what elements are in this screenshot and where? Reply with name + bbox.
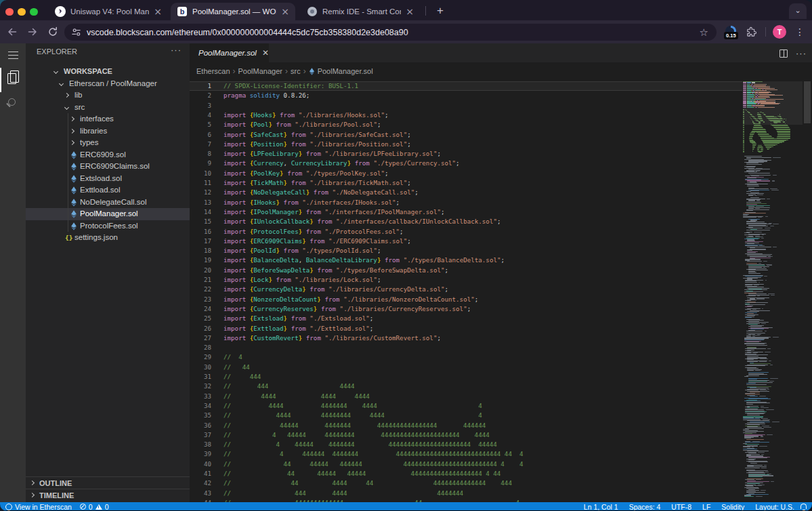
tree-item-lib[interactable]: lib [26, 89, 190, 102]
tab-title: PoolManager.sol — WORKSPA [192, 7, 276, 16]
minimize-window-button[interactable] [18, 8, 26, 16]
minimap-slider[interactable] [743, 81, 803, 125]
solidity-file-icon [309, 68, 315, 75]
menu-icon[interactable] [8, 52, 18, 59]
close-tab-icon[interactable]: × [154, 7, 162, 16]
code-line-31: 31// 444 [190, 372, 742, 382]
status-item-utf-8[interactable]: UTF-8 [671, 503, 691, 511]
code-line-3: 3 [190, 101, 742, 110]
tree-item-libraries[interactable]: libraries [26, 125, 190, 138]
code-text: import {Currency, CurrencyLibrary} from … [223, 159, 460, 168]
errors-icon [80, 504, 86, 510]
back-button[interactable] [4, 24, 20, 40]
code-text: import {PoolKey} from "./types/PoolKey.s… [223, 169, 389, 178]
browser-tab-poolmanager[interactable]: b PoolManager.sol — WORKSPA × [171, 3, 295, 20]
outline-section[interactable]: OUTLINE [26, 476, 190, 489]
code-text: import {TickMath} from "./libraries/Tick… [223, 178, 411, 188]
line-number: 36 [192, 421, 211, 430]
browser-menu-icon[interactable]: ⋮ [795, 24, 805, 39]
status-item-lf[interactable]: LF [702, 503, 710, 511]
sidebar-more-actions-icon[interactable]: ··· [171, 45, 181, 55]
editor-tab-label: PoolManager.sol [198, 49, 257, 57]
editor-scrollbar[interactable] [804, 81, 811, 123]
code-text: import {CustomRevert} from "./libraries/… [223, 333, 441, 343]
problems-indicator[interactable]: 0 0 [80, 503, 109, 511]
tree-item-label: ERC6909.sol [80, 149, 126, 161]
breadcrumb-separator: › [233, 66, 236, 76]
split-editor-icon[interactable] [779, 49, 788, 58]
reload-button[interactable] [45, 24, 61, 40]
line-number: 15 [192, 217, 211, 226]
search-icon[interactable] [8, 98, 16, 106]
editor-more-actions-icon[interactable]: ··· [796, 48, 807, 58]
status-item-ln-1-col-1[interactable]: Ln 1, Col 1 [584, 503, 618, 511]
tree-item-interfaces[interactable]: interfaces [26, 113, 190, 125]
code-line-39: 39// 4 444444 4444444 444444444444444444… [190, 449, 742, 459]
code-line-41: 41// 44 44444 44444 4444444444444444444 … [190, 469, 742, 478]
tree-item-erc6909-sol[interactable]: ERC6909.sol [26, 149, 190, 161]
editor-tab-poolmanager[interactable]: PoolManager.sol ✕ [190, 43, 269, 62]
solidity-file-icon [70, 222, 77, 230]
notifications-bell-icon[interactable] [800, 504, 807, 509]
tree-item-src[interactable]: src [26, 102, 190, 114]
close-window-button[interactable] [5, 8, 14, 16]
tree-item-poolmanager-sol[interactable]: PoolManager.sol [26, 208, 190, 220]
status-item-spaces-4[interactable]: Spaces: 4 [629, 503, 661, 511]
tree-item-protocolfees-sol[interactable]: ProtocolFees.sol [26, 220, 190, 232]
gas-extension-icon[interactable]: 0.15 [724, 26, 738, 39]
site-settings-icon[interactable] [71, 27, 81, 37]
tree-item-erc6909claims-sol[interactable]: ERC6909Claims.sol [26, 161, 190, 173]
bookmark-star-icon[interactable]: ☆ [700, 26, 708, 39]
close-tab-icon[interactable]: × [281, 7, 289, 16]
code-text: import {Pool} from "./libraries/Pool.sol… [223, 120, 381, 129]
status-bar-right: Ln 1, Col 1Spaces: 4UTF-8LFSolidityLayou… [584, 503, 794, 511]
code-text: import {Extsload} from "./Extsload.sol"; [223, 314, 373, 323]
tree-item-etherscan-poolmanager[interactable]: Etherscan / PoolManager [26, 78, 190, 90]
browser-tab-uniswap[interactable]: Uniswap V4: Pool Manager | A × [49, 3, 168, 20]
code-text: import {IHooks} from "./interfaces/IHook… [223, 198, 400, 207]
code-line-34: 34// 4444 4444444 4444 4 [190, 401, 742, 411]
status-item-solidity[interactable]: Solidity [721, 503, 744, 511]
breadcrumb-item[interactable]: PoolManager [238, 67, 282, 75]
view-in-etherscan-button[interactable]: View in Etherscan [5, 503, 72, 511]
new-tab-button[interactable]: + [432, 3, 448, 19]
code-text: // 44444 4444444 4444444444444444 444444 [223, 421, 486, 430]
extensions-icon[interactable] [746, 26, 757, 38]
line-number: 13 [192, 198, 211, 207]
close-tab-icon[interactable]: × [406, 7, 414, 16]
close-editor-tab-icon[interactable]: ✕ [262, 48, 269, 58]
status-item-layout-u-s-[interactable]: Layout: U.S. [755, 503, 794, 511]
line-number: 28 [192, 343, 211, 352]
line-number: 42 [192, 478, 211, 488]
code-line-24: 24import {CurrencyReserves} from "./libr… [190, 304, 742, 314]
code-line-13: 13import {IHooks} from "./interfaces/IHo… [190, 198, 742, 207]
breadcrumb-item[interactable]: Etherscan [196, 67, 230, 75]
forward-button[interactable] [24, 24, 41, 40]
tree-item-label: Etherscan / PoolManager [69, 78, 157, 90]
tree-item-types[interactable]: types [26, 137, 190, 149]
browser-tab-remix[interactable]: Remix IDE - Smart Contract D × [301, 3, 420, 20]
tree-item-label: Exttload.sol [80, 184, 120, 197]
explorer-sidebar: EXPLORER ··· WORKSPACEEtherscan / PoolMa… [26, 43, 190, 502]
code-text: // 4 44444 44444444 44444444444444444444… [223, 430, 490, 440]
tree-item-exttload-sol[interactable]: Exttload.sol [26, 184, 190, 197]
tree-item-extsload-sol[interactable]: Extsload.sol [26, 173, 190, 185]
code-line-14: 14import {IPoolManager} from "./interfac… [190, 207, 742, 217]
tab-search-button[interactable]: ⌄ [789, 3, 807, 19]
timeline-section[interactable]: TIMELINE [26, 489, 190, 502]
breadcrumb-item[interactable]: PoolManager.sol [318, 67, 373, 75]
tree-item-nodelegatecall-sol[interactable]: NoDelegateCall.sol [26, 197, 190, 209]
profile-avatar[interactable]: T [773, 25, 786, 39]
tree-section-workspace[interactable]: WORKSPACE [26, 66, 190, 78]
tree-item-label: ProtocolFees.sol [80, 220, 138, 232]
url-bar[interactable]: vscode.blockscan.com/ethereum/0x00000000… [64, 24, 717, 41]
breadcrumb-item[interactable]: src [291, 67, 301, 75]
tree-item-settings-json[interactable]: {}settings.json [26, 232, 190, 244]
minimap[interactable] [743, 81, 803, 502]
breadcrumb[interactable]: Etherscan›PoolManager›src›PoolManager.so… [196, 62, 373, 80]
zoom-window-button[interactable] [30, 8, 38, 16]
chevron-down-icon [59, 81, 64, 85]
explorer-icon[interactable] [7, 73, 16, 84]
code-editor[interactable]: 1// SPDX-License-Identifier: BUSL-1.12pr… [190, 80, 812, 502]
code-line-32: 32// 444 4444 [190, 382, 742, 391]
